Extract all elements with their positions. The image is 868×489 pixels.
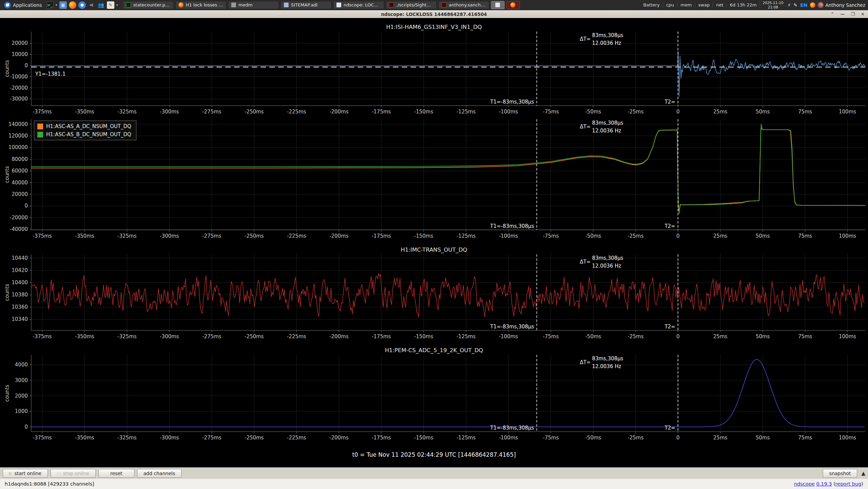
chevron-down-icon[interactable]: ▾ bbox=[56, 3, 57, 7]
svg-text:-125ms: -125ms bbox=[456, 435, 476, 441]
taskbar-window-sitemap[interactable]: SITEMAP.adl bbox=[281, 1, 332, 9]
plot1-canvas[interactable]: 20000100000-10000-20000-30000-375ms-350m… bbox=[0, 30, 867, 116]
tray-cpu[interactable]: cpu bbox=[663, 2, 677, 7]
svg-text:-300ms: -300ms bbox=[160, 333, 179, 340]
svg-text:-375ms: -375ms bbox=[33, 333, 52, 340]
svg-text:0: 0 bbox=[676, 435, 680, 441]
server-status: h1daqnds1:8088 [429233 channels] bbox=[5, 481, 94, 487]
stylus-icon[interactable]: ✎ bbox=[792, 2, 799, 8]
svg-text:ΔT=: ΔT= bbox=[580, 259, 591, 265]
close-icon[interactable]: ✕ bbox=[861, 12, 865, 16]
taskbar-window-active-monitor[interactable] bbox=[491, 1, 505, 9]
play-icon: ▷ bbox=[9, 471, 12, 475]
reset-button[interactable]: reset bbox=[98, 469, 134, 478]
svg-text:0: 0 bbox=[24, 424, 28, 430]
tray-net[interactable]: net bbox=[713, 2, 726, 7]
svg-text:-225ms: -225ms bbox=[287, 109, 306, 115]
taskbar-window-ndscope[interactable]: ndscope: LOCKL... bbox=[333, 1, 384, 9]
red-terminal-icon bbox=[441, 2, 447, 7]
taskbar-window-statecounter[interactable]: statecounter.py ... bbox=[123, 1, 174, 9]
snapshot-button[interactable]: snapshot bbox=[823, 469, 857, 478]
user-menu[interactable]: Anthony Sanchez bbox=[825, 2, 866, 8]
share-icon[interactable]: ⋖ bbox=[88, 1, 95, 9]
tray-uptime[interactable]: 6d 13h 22m bbox=[727, 2, 760, 7]
svg-text:-25ms: -25ms bbox=[628, 435, 644, 441]
svg-text:12.0036 Hz: 12.0036 Hz bbox=[592, 263, 621, 269]
svg-text:-30000: -30000 bbox=[10, 96, 28, 102]
svg-text:-225ms: -225ms bbox=[287, 435, 306, 441]
taskbar-window-medm[interactable]: medm bbox=[228, 1, 279, 9]
svg-text:-375ms: -375ms bbox=[33, 109, 52, 115]
taskbar-window-urgent-firefox[interactable] bbox=[506, 1, 520, 9]
firefox-icon[interactable] bbox=[69, 1, 76, 9]
taskbar-window-ssh[interactable]: anthony.sanchez... bbox=[438, 1, 489, 9]
maximize-icon[interactable]: ❐ bbox=[851, 12, 855, 16]
svg-text:20000: 20000 bbox=[12, 191, 28, 197]
plot-panel-asc: H1:ASC-AS_A_DC_NSUM_OUT_DQ H1:ASC-AS_B_D… bbox=[0, 118, 868, 240]
tray-mem[interactable]: mem bbox=[677, 2, 695, 7]
firefox-tray-icon[interactable] bbox=[810, 2, 815, 8]
svg-text:25ms: 25ms bbox=[713, 233, 728, 239]
window-icon bbox=[336, 2, 341, 7]
legend-swatch-orange bbox=[37, 124, 43, 129]
keyboard-layout-indicator[interactable]: EN bbox=[799, 2, 809, 8]
tray-clock[interactable]: 2025-11-10 21:08 bbox=[760, 1, 786, 9]
shade-icon[interactable]: ⌃ bbox=[831, 12, 834, 16]
chromium-icon[interactable] bbox=[78, 1, 86, 9]
svg-text:-75ms: -75ms bbox=[543, 333, 559, 340]
svg-text:10000: 10000 bbox=[12, 51, 28, 57]
svg-text:-350ms: -350ms bbox=[75, 109, 94, 115]
plot2-legend[interactable]: H1:ASC-AS_A_DC_NSUM_OUT_DQ H1:ASC-AS_B_D… bbox=[34, 121, 136, 140]
status-bar: h1daqnds1:8088 [429233 channels] ndscope… bbox=[0, 479, 868, 489]
file-manager-icon[interactable]: ▣ bbox=[59, 1, 67, 9]
applications-menu-button[interactable]: Applications bbox=[2, 1, 44, 9]
window-icon bbox=[231, 2, 236, 7]
plot4-canvas[interactable]: 40003000200010000-375ms-350ms-325ms-300m… bbox=[0, 354, 867, 442]
taskbar-window-locklosses[interactable]: H1 lock losses —... bbox=[175, 1, 226, 9]
version-link[interactable]: 0.19.3 bbox=[816, 481, 832, 487]
plot3-canvas[interactable]: 104401042010400103801036010340-375ms-350… bbox=[0, 253, 867, 341]
svg-text:-200ms: -200ms bbox=[329, 109, 349, 115]
add-channels-button[interactable]: add channels bbox=[137, 469, 182, 478]
svg-text:10340: 10340 bbox=[12, 316, 28, 322]
report-bug-link[interactable]: report bug bbox=[835, 481, 862, 487]
terminal-icon[interactable]: >_ bbox=[46, 1, 54, 9]
chevron-down-icon[interactable]: ▾ bbox=[116, 3, 118, 7]
svg-text:25ms: 25ms bbox=[713, 333, 728, 340]
svg-text:-325ms: -325ms bbox=[117, 233, 137, 239]
svg-text:-125ms: -125ms bbox=[456, 109, 476, 115]
start-online-button[interactable]: ▷ start online bbox=[3, 469, 48, 478]
taskbar-window-scripts[interactable]: ./scripts/SightM... bbox=[386, 1, 437, 9]
svg-text:-10000: -10000 bbox=[10, 74, 28, 80]
python-terminal-icon bbox=[126, 2, 131, 7]
svg-text:ΔT=: ΔT= bbox=[580, 359, 591, 365]
svg-text:-375ms: -375ms bbox=[33, 435, 52, 441]
stop-online-button[interactable]: □ stop online bbox=[51, 469, 96, 478]
svg-text:10440: 10440 bbox=[12, 255, 28, 261]
ndscope-link[interactable]: ndscope bbox=[794, 481, 815, 487]
svg-text:50ms: 50ms bbox=[756, 109, 770, 115]
window-titlebar[interactable]: ndscope: LOCKLOSS 1446864287.416504 ⌃ — … bbox=[0, 10, 868, 18]
svg-text:75ms: 75ms bbox=[798, 333, 812, 340]
svg-text:T1=-83ms,308µs: T1=-83ms,308µs bbox=[490, 99, 534, 105]
svg-text:83ms,308µs: 83ms,308µs bbox=[592, 120, 623, 126]
svg-text:-350ms: -350ms bbox=[75, 333, 94, 340]
plot1-title: H1:ISI-HAM6_GS13INF_V3_IN1_DQ bbox=[0, 21, 868, 30]
svg-text:-225ms: -225ms bbox=[287, 333, 306, 340]
svg-text:80000: 80000 bbox=[12, 156, 28, 162]
users-icon[interactable]: 👥 bbox=[97, 1, 105, 9]
minimize-icon[interactable]: — bbox=[840, 12, 845, 16]
taskbar: Applications >_ ▾ ▣ ⋖ 👥 ✎ ▾ statecounter… bbox=[0, 0, 868, 10]
svg-text:50ms: 50ms bbox=[756, 233, 770, 239]
svg-text:-175ms: -175ms bbox=[372, 109, 391, 115]
svg-text:T2=: T2= bbox=[664, 324, 675, 330]
battery-icon[interactable]: ⚡ bbox=[786, 2, 792, 8]
window-task-list: statecounter.py ... H1 lock losses —... … bbox=[123, 1, 520, 9]
t0-label: t0 = Tue Nov 11 2025 02:44:29 UTC [14468… bbox=[352, 451, 516, 458]
svg-text:-40000: -40000 bbox=[10, 226, 28, 232]
notes-icon[interactable]: ✎ bbox=[107, 1, 114, 9]
expand-arrow-icon[interactable]: ▲ bbox=[861, 470, 865, 476]
svg-text:140000: 140000 bbox=[8, 121, 28, 127]
tray-battery[interactable]: Battery bbox=[640, 2, 663, 7]
tray-swap[interactable]: swap bbox=[695, 2, 713, 7]
